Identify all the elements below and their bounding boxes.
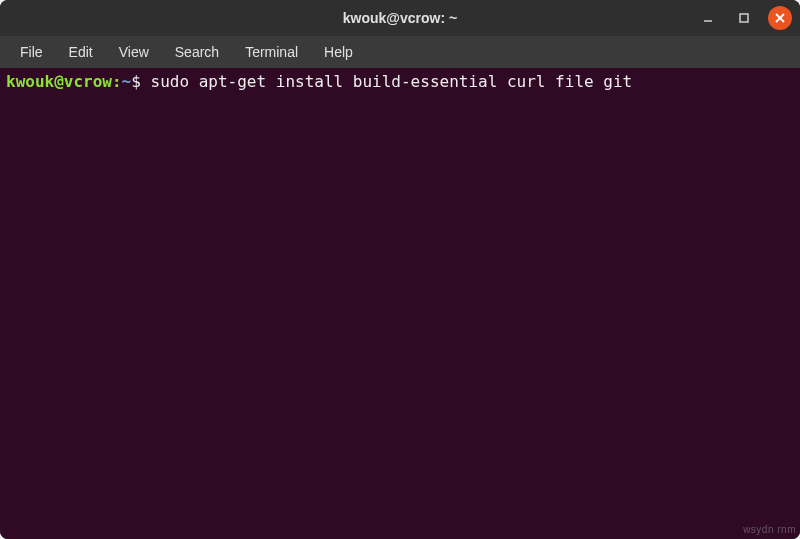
- menu-edit[interactable]: Edit: [57, 40, 105, 64]
- terminal-window: kwouk@vcrow: ~ File Edit View Search Ter…: [0, 0, 800, 539]
- prompt-path: ~: [122, 72, 132, 91]
- terminal-area[interactable]: kwouk@vcrow:~$ sudo apt-get install buil…: [0, 68, 800, 539]
- close-button[interactable]: [768, 6, 792, 30]
- maximize-icon: [738, 12, 750, 24]
- minimize-button[interactable]: [696, 6, 720, 30]
- prompt-separator: :: [112, 72, 122, 91]
- window-controls: [696, 6, 792, 30]
- menu-search[interactable]: Search: [163, 40, 231, 64]
- maximize-button[interactable]: [732, 6, 756, 30]
- close-icon: [775, 13, 785, 23]
- minimize-icon: [702, 12, 714, 24]
- menu-help[interactable]: Help: [312, 40, 365, 64]
- watermark: wsydn rnm: [743, 524, 796, 535]
- window-title: kwouk@vcrow: ~: [343, 10, 457, 26]
- menu-file[interactable]: File: [8, 40, 55, 64]
- command-text: sudo apt-get install build-essential cur…: [151, 72, 633, 91]
- menu-terminal[interactable]: Terminal: [233, 40, 310, 64]
- titlebar: kwouk@vcrow: ~: [0, 0, 800, 36]
- svg-rect-1: [740, 14, 748, 22]
- menu-view[interactable]: View: [107, 40, 161, 64]
- prompt-symbol: $: [131, 72, 141, 91]
- menubar: File Edit View Search Terminal Help: [0, 36, 800, 68]
- prompt-user-host: kwouk@vcrow: [6, 72, 112, 91]
